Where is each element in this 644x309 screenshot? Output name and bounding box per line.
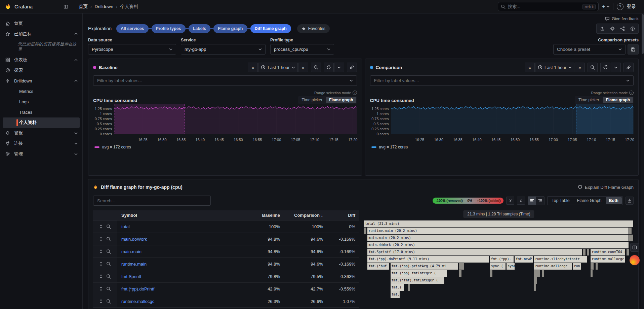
flame-search-field[interactable]	[97, 198, 207, 203]
zoom-out-button[interactable]	[588, 63, 598, 72]
step-all-services[interactable]: All services	[116, 24, 149, 33]
row-sort-icon[interactable]	[99, 274, 103, 279]
label-filter-field[interactable]	[97, 78, 350, 83]
align-right-button[interactable]	[536, 197, 544, 205]
symbol-link[interactable]: total	[117, 224, 250, 229]
flame-bar[interactable]: runtime.main (20.2 mins)	[367, 228, 629, 234]
flame-bar-sliver[interactable]	[534, 277, 537, 284]
col-diff[interactable]: Diff	[327, 213, 359, 218]
settings-icon[interactable]	[608, 25, 617, 32]
download-button[interactable]	[626, 197, 634, 205]
flame-bar[interactable]: fmt.(*buf	[367, 263, 390, 270]
search-input[interactable]: ctrl+k	[498, 2, 599, 11]
chart-legend[interactable]: avg = 172 cores	[93, 145, 357, 149]
flame-bar[interactable]: runtime.mallocgc	[534, 263, 572, 270]
save-preset-button[interactable]	[628, 44, 639, 55]
time-series-chart[interactable]: 1.25 cores1 cores0.75 cores0.5 cores0.25…	[93, 104, 357, 137]
label-filter-input[interactable]	[370, 75, 634, 86]
mode-option-flame-graph[interactable]: Flame graph	[326, 97, 356, 103]
flame-bar-sliver[interactable]	[591, 263, 594, 270]
flame-bar-sliver[interactable]	[534, 284, 536, 291]
flame-bar[interactable]: run	[573, 263, 581, 270]
time-forward-button[interactable]: »	[298, 63, 308, 72]
data-source-select[interactable]: Pyroscope	[88, 44, 176, 55]
row-sort-icon[interactable]	[99, 286, 103, 291]
sidebar-item-Metrics[interactable]: Metrics	[3, 86, 80, 97]
sidebar-item-个人资料[interactable]: 个人资料	[3, 117, 80, 128]
row-sort-icon[interactable]	[99, 249, 103, 254]
row-search-icon[interactable]	[106, 224, 111, 229]
flame-bar[interactable]: fmt.(*pp).doPrintf (9.11 mins)	[367, 256, 489, 263]
flame-bar-sliver[interactable]	[631, 235, 634, 241]
flame-bar-sliver[interactable]	[583, 249, 586, 255]
label-filter-field[interactable]	[374, 78, 627, 83]
help-icon[interactable]: ?	[353, 91, 357, 95]
row-search-icon[interactable]	[106, 237, 111, 241]
profile-type-select[interactable]: process_cpu/cpu	[270, 44, 334, 55]
zoom-out-button[interactable]	[311, 63, 321, 72]
view-option-flame-graph[interactable]: Flame Graph	[574, 197, 605, 204]
flame-bar-sliver[interactable]	[459, 263, 464, 270]
share-icon[interactable]	[618, 25, 627, 32]
sidebar-item-管理[interactable]: 管理	[3, 149, 80, 159]
time-back-button[interactable]: «	[248, 63, 258, 72]
flame-bar-sliver[interactable]	[490, 270, 493, 277]
flame-bar-sliver[interactable]	[596, 263, 598, 270]
expand-all-button[interactable]	[517, 197, 525, 205]
vertical-scrollbar[interactable]	[641, 13, 644, 309]
export-icon[interactable]	[598, 25, 607, 32]
flame-bar[interactable]: sync.(	[490, 263, 506, 270]
refresh-interval-button[interactable]	[334, 63, 344, 72]
link-button[interactable]	[347, 63, 357, 72]
flame-bar[interactable]: main.doWork (20.2 mins)	[367, 242, 629, 248]
service-select[interactable]: my-go-app	[181, 44, 266, 55]
help-icon[interactable]: ?	[629, 91, 634, 95]
scrollbar-thumb[interactable]	[642, 14, 644, 54]
sidebar-item-探索[interactable]: 探索	[3, 65, 80, 76]
flame-bar[interactable]: fmt.(*pp).printArg (4.79 mi	[391, 263, 458, 270]
row-search-icon[interactable]	[106, 274, 111, 279]
sidebar-item-已加星标[interactable]: 已加星标	[3, 29, 80, 39]
link-button[interactable]	[623, 63, 634, 72]
flame-bar[interactable]: runtime.mallocgc	[591, 256, 625, 263]
align-left-button[interactable]	[528, 197, 536, 205]
symbol-link[interactable]: main.main	[117, 249, 250, 254]
symbol-link[interactable]: runtime.main	[117, 262, 250, 267]
sidebar-item-警报[interactable]: 警报	[3, 128, 80, 138]
flame-bar[interactable]: main.main (20.2 mins)	[367, 235, 629, 241]
refresh-button[interactable]	[600, 63, 610, 72]
sidebar-item-Traces[interactable]: Traces	[3, 107, 80, 117]
symbol-link[interactable]: runtime.mallocgc	[117, 299, 250, 304]
row-search-icon[interactable]	[106, 286, 111, 291]
row-search-icon[interactable]	[106, 249, 111, 254]
plot-area[interactable]	[114, 104, 357, 137]
step-profile-types[interactable]: Profile types	[152, 24, 186, 33]
flame-bar-sliver[interactable]	[459, 270, 462, 277]
sidebar-item-连接[interactable]: 连接	[3, 138, 80, 149]
breadcrumb-item[interactable]: Drilldown	[95, 4, 114, 9]
breadcrumb-item[interactable]: 首页	[79, 4, 88, 10]
row-sort-icon[interactable]	[99, 299, 103, 304]
give-feedback-button[interactable]: Give feedback	[605, 16, 639, 21]
flame-bar[interactable]: fmt.	[391, 291, 400, 298]
flame-search-input[interactable]	[93, 196, 211, 206]
chart-legend[interactable]: avg = 172 cores	[370, 145, 634, 149]
sidebar-item-Logs[interactable]: Logs	[3, 97, 80, 107]
flame-bar-sliver[interactable]	[408, 284, 410, 291]
label-filter-input[interactable]	[93, 75, 357, 86]
flame-bar[interactable]: fmt.(*pp).fmtInteger (	[391, 270, 447, 277]
row-sort-icon[interactable]	[99, 237, 103, 241]
col-comparison[interactable]: Comparison ↓	[284, 213, 327, 218]
sidebar-item-仪表板[interactable]: 仪表板	[3, 55, 80, 65]
refresh-interval-button[interactable]	[611, 63, 621, 72]
mega-menu-dock-icon[interactable]	[61, 2, 71, 11]
plot-area[interactable]	[391, 104, 634, 137]
flame-bar[interactable]: fmt.newP	[515, 256, 533, 263]
time-back-button[interactable]: «	[525, 63, 535, 72]
symbol-link[interactable]: main.doWork	[117, 237, 250, 242]
flame-bar[interactable]: fmt.(	[391, 284, 405, 291]
step-flame-graph[interactable]: Flame graph	[213, 24, 247, 33]
add-new-button[interactable]: +	[602, 4, 610, 9]
flame-bar-sliver[interactable]	[534, 270, 540, 277]
mode-option-time-picker[interactable]: Time picker	[299, 97, 326, 103]
